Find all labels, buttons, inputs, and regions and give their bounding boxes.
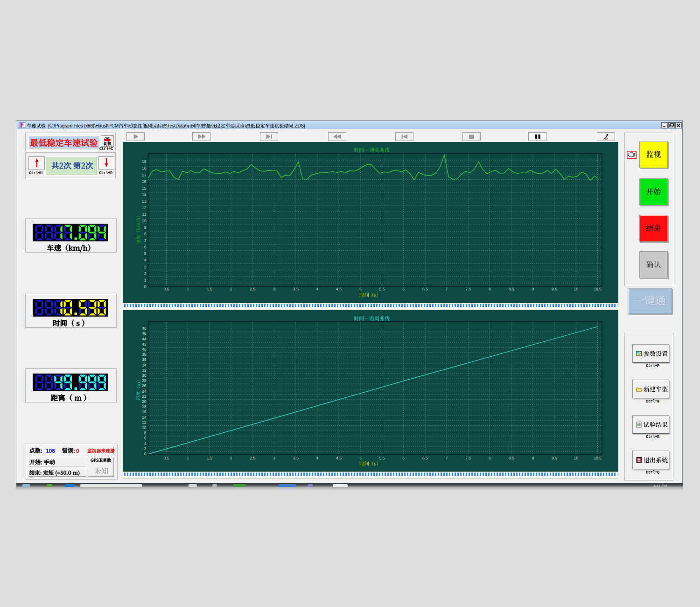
svg-text:8: 8 <box>489 456 491 460</box>
svg-text:19: 19 <box>142 159 147 164</box>
svg-text:22: 22 <box>142 394 147 399</box>
svg-text:8.5: 8.5 <box>509 456 514 460</box>
svg-text:2: 2 <box>144 271 147 276</box>
svg-text:6: 6 <box>144 436 147 440</box>
svg-text:26: 26 <box>142 383 147 388</box>
svg-text:14: 14 <box>142 192 147 197</box>
svg-text:24: 24 <box>142 389 147 394</box>
svg-text:7: 7 <box>446 287 448 291</box>
svg-text:10.5: 10.5 <box>594 287 602 291</box>
svg-text:9.5: 9.5 <box>552 287 557 291</box>
svg-text:3: 3 <box>273 287 275 291</box>
svg-text:28: 28 <box>142 378 147 383</box>
svg-text:4.5: 4.5 <box>336 456 342 460</box>
svg-text:20: 20 <box>142 399 147 404</box>
svg-text:1.5: 1.5 <box>207 287 212 291</box>
svg-text:2: 2 <box>230 287 232 291</box>
svg-text:6.5: 6.5 <box>422 287 428 291</box>
svg-text:8: 8 <box>144 431 147 435</box>
svg-text:3: 3 <box>144 265 147 269</box>
svg-text:7: 7 <box>446 456 448 460</box>
svg-text:7: 7 <box>144 238 147 243</box>
svg-text:6: 6 <box>402 456 405 460</box>
svg-text:7.5: 7.5 <box>465 287 471 291</box>
svg-text:4.5: 4.5 <box>336 287 342 291</box>
svg-text:9: 9 <box>532 456 534 460</box>
svg-text:40: 40 <box>142 347 147 352</box>
svg-text:10: 10 <box>574 287 579 291</box>
svg-text:11: 11 <box>142 212 147 217</box>
svg-text:0.5: 0.5 <box>164 456 169 460</box>
svg-text:36: 36 <box>142 357 147 362</box>
svg-text:42: 42 <box>142 342 147 346</box>
svg-text:3.5: 3.5 <box>293 287 299 291</box>
svg-text:2.5: 2.5 <box>250 456 255 460</box>
svg-text:8: 8 <box>144 232 147 236</box>
svg-text:5: 5 <box>359 287 362 291</box>
svg-text:4: 4 <box>144 258 147 262</box>
svg-text:3.5: 3.5 <box>293 456 299 460</box>
svg-text:6: 6 <box>402 287 405 291</box>
svg-text:32: 32 <box>142 368 147 373</box>
svg-text:5: 5 <box>144 251 147 256</box>
svg-text:16: 16 <box>142 409 147 414</box>
svg-text:7.5: 7.5 <box>465 456 471 460</box>
svg-text:1: 1 <box>187 456 189 460</box>
svg-text:13: 13 <box>142 199 147 204</box>
svg-text:10.5: 10.5 <box>594 456 602 460</box>
svg-text:12: 12 <box>142 420 147 425</box>
svg-text:14: 14 <box>142 415 147 420</box>
svg-text:46: 46 <box>142 331 147 336</box>
svg-text:0: 0 <box>144 284 147 289</box>
svg-text:17: 17 <box>142 173 147 177</box>
svg-text:30: 30 <box>142 373 147 378</box>
svg-text:9.5: 9.5 <box>552 456 557 460</box>
svg-text:10: 10 <box>574 456 579 460</box>
svg-text:9: 9 <box>532 287 534 291</box>
svg-text:5: 5 <box>359 456 362 460</box>
svg-text:44: 44 <box>142 337 147 341</box>
svg-text:16: 16 <box>142 179 147 184</box>
svg-text:2: 2 <box>230 456 232 460</box>
svg-text:6.5: 6.5 <box>422 456 428 460</box>
svg-text:4: 4 <box>316 287 319 291</box>
svg-text:15: 15 <box>142 186 147 191</box>
svg-text:12: 12 <box>142 205 147 210</box>
svg-text:1: 1 <box>144 278 147 282</box>
svg-text:9: 9 <box>144 225 147 230</box>
svg-text:2: 2 <box>144 446 147 451</box>
svg-text:0.5: 0.5 <box>164 287 169 291</box>
svg-text:5.5: 5.5 <box>379 287 385 291</box>
svg-text:0: 0 <box>144 452 147 456</box>
svg-text:18: 18 <box>142 166 147 170</box>
svg-text:1.5: 1.5 <box>207 456 212 460</box>
svg-text:6: 6 <box>144 245 147 249</box>
svg-text:10: 10 <box>142 425 147 430</box>
svg-text:38: 38 <box>142 352 147 357</box>
svg-text:34: 34 <box>142 363 147 367</box>
svg-text:8: 8 <box>489 287 491 291</box>
svg-text:5.5: 5.5 <box>379 456 385 460</box>
svg-text:18: 18 <box>142 404 147 409</box>
svg-text:3: 3 <box>273 456 275 460</box>
svg-text:48: 48 <box>142 326 147 331</box>
svg-text:2.5: 2.5 <box>250 287 255 291</box>
svg-text:1: 1 <box>187 287 189 291</box>
svg-text:10: 10 <box>142 219 147 223</box>
svg-text:4: 4 <box>144 441 147 446</box>
svg-text:4: 4 <box>316 456 319 460</box>
svg-text:8.5: 8.5 <box>509 287 514 291</box>
